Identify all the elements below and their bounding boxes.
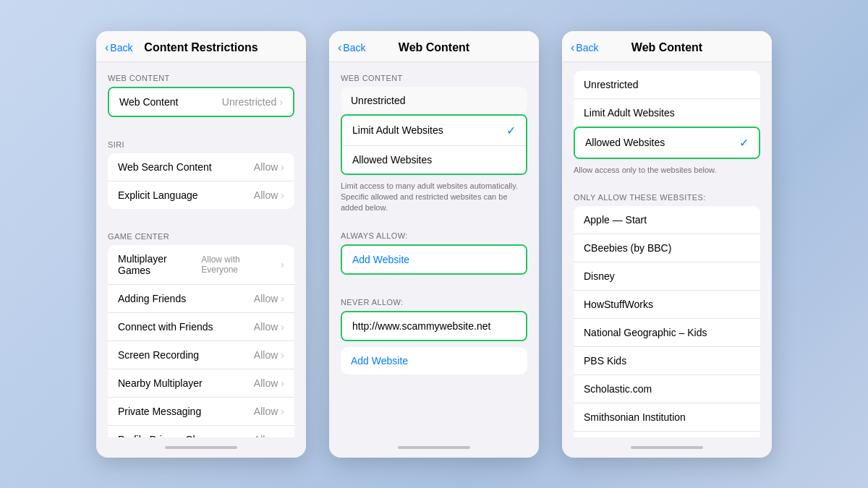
private-messaging-label: Private Messaging <box>118 406 201 417</box>
back-label-2: Back <box>343 42 365 53</box>
unrestricted-option[interactable]: Unrestricted <box>341 87 527 114</box>
private-messaging-item[interactable]: Private Messaging Allow › <box>108 398 294 426</box>
web-content-header-2: WEB CONTENT <box>329 62 539 87</box>
back-label-1: Back <box>110 42 132 53</box>
home-bar-1 <box>165 446 237 449</box>
screen-title-2: Web Content <box>399 41 469 54</box>
back-button-1[interactable]: ‹ Back <box>105 41 132 54</box>
website-pbs[interactable]: PBS Kids <box>574 347 760 375</box>
screen-recording-chevron: › <box>281 349 284 361</box>
screen-title-1: Content Restrictions <box>144 41 258 54</box>
connect-friends-label: Connect with Friends <box>118 321 213 333</box>
website-apple[interactable]: Apple — Start <box>574 206 760 234</box>
nearby-multiplayer-item[interactable]: Nearby Multiplayer Allow › <box>108 369 294 398</box>
multiplayer-games-chevron: › <box>281 259 284 270</box>
back-label-3: Back <box>576 42 598 53</box>
limit-allowed-group: Limit Adult Websites ✓ Allowed Websites <box>341 114 527 175</box>
web-content-label: Web Content <box>119 96 178 108</box>
website-natgeo[interactable]: National Geographic – Kids <box>574 319 760 347</box>
allowed-websites-highlighted-group: Allowed Websites ✓ <box>574 127 760 159</box>
website-cbeebies-label: CBeebies (by BBC) <box>584 242 671 254</box>
screen-1: ‹ Back Content Restrictions WEB CONTENT … <box>96 31 306 458</box>
profile-privacy-item[interactable]: Profile Privacy Changes Allow › <box>108 426 294 437</box>
back-chevron-icon-2: ‹ <box>338 41 341 54</box>
never-allow-add-group: Add Website <box>341 347 527 374</box>
connect-friends-item[interactable]: Connect with Friends Allow › <box>108 313 294 341</box>
content-area-2: WEB CONTENT Unrestricted Limit Adult Web… <box>329 62 539 437</box>
scammy-website-item[interactable]: http://www.scammywebsite.net <box>342 312 526 340</box>
home-indicator-3 <box>562 437 772 458</box>
back-button-3[interactable]: ‹ Back <box>571 41 598 54</box>
screen-3: ‹ Back Web Content Unrestricted Limit Ad… <box>562 31 772 458</box>
back-button-2[interactable]: ‹ Back <box>338 41 365 54</box>
only-allow-header: ONLY ALLOW THESE WEBSITES: <box>562 181 772 206</box>
nearby-multiplayer-chevron: › <box>281 377 284 389</box>
home-indicator-1 <box>96 437 306 458</box>
multiplayer-games-item[interactable]: Multiplayer Games Allow with Everyone › <box>108 245 294 285</box>
web-content-right: Unrestricted › <box>222 96 283 108</box>
content-area-3: Unrestricted Limit Adult Websites Allowe… <box>562 62 772 437</box>
allowed-websites-label-3: Allowed Websites <box>585 137 665 148</box>
web-content-options-group: Unrestricted <box>341 87 527 114</box>
website-scholastic-label: Scholastic.com <box>584 383 652 395</box>
home-indicator-2 <box>329 437 539 458</box>
always-add-website-label: Add Website <box>352 254 409 265</box>
web-content-group: Web Content Unrestricted › <box>108 87 294 117</box>
multiplayer-games-value: Allow with Everyone <box>201 254 278 275</box>
screen-title-3: Web Content <box>631 41 702 54</box>
explicit-language-value: Allow <box>254 189 278 201</box>
allowed-websites-option-3[interactable]: Allowed Websites ✓ <box>575 128 759 158</box>
limit-adult-item[interactable]: Limit Adult Websites ✓ <box>342 116 526 146</box>
explicit-language-item[interactable]: Explicit Language Allow › <box>108 181 294 209</box>
screen-recording-item[interactable]: Screen Recording Allow › <box>108 341 294 369</box>
website-timeforkids[interactable]: Time for Kids <box>574 432 760 437</box>
siri-group: Web Search Content Allow › Explicit Lang… <box>108 153 294 209</box>
explicit-language-chevron: › <box>281 189 284 201</box>
section-header-game-center: GAME CENTER <box>96 221 306 245</box>
screen-recording-label: Screen Recording <box>118 349 199 361</box>
website-apple-label: Apple — Start <box>584 214 647 226</box>
website-disney[interactable]: Disney <box>574 262 760 291</box>
nearby-multiplayer-value: Allow <box>254 377 278 389</box>
web-search-value: Allow <box>254 161 278 173</box>
home-bar-3 <box>631 446 703 449</box>
adding-friends-label: Adding Friends <box>118 293 186 304</box>
website-cbeebies[interactable]: CBeebies (by BBC) <box>574 234 760 262</box>
web-content-chevron: › <box>279 96 283 108</box>
explicit-language-label: Explicit Language <box>118 189 198 201</box>
back-chevron-icon-3: ‹ <box>571 41 574 54</box>
allowed-websites-checkmark: ✓ <box>739 136 749 150</box>
allowed-websites-item[interactable]: Allowed Websites <box>342 146 526 174</box>
web-search-chevron: › <box>281 161 284 173</box>
multiplayer-games-right: Allow with Everyone › <box>201 254 284 275</box>
allowed-websites-label: Allowed Websites <box>352 154 432 166</box>
never-add-website-item[interactable]: Add Website <box>341 347 527 374</box>
never-add-website-label: Add Website <box>351 355 408 367</box>
nav-bar-3: ‹ Back Web Content <box>562 31 772 62</box>
nearby-multiplayer-right: Allow › <box>254 377 284 389</box>
web-search-item[interactable]: Web Search Content Allow › <box>108 153 294 181</box>
website-howstuffworks[interactable]: HowStuffWorks <box>574 291 760 319</box>
section-header-web-content: WEB CONTENT <box>96 62 306 87</box>
explicit-language-right: Allow › <box>254 189 284 201</box>
home-bar-2 <box>398 446 470 449</box>
adding-friends-right: Allow › <box>254 293 284 304</box>
website-disney-label: Disney <box>584 270 615 282</box>
private-messaging-right: Allow › <box>254 406 284 417</box>
always-add-website-item[interactable]: Add Website <box>342 246 526 273</box>
website-scholastic[interactable]: Scholastic.com <box>574 375 760 403</box>
options-group-3: Unrestricted Limit Adult Websites Allowe… <box>562 71 772 159</box>
unrestricted-option-3[interactable]: Unrestricted <box>574 71 760 99</box>
private-messaging-value: Allow <box>254 406 278 417</box>
scammy-website-url: http://www.scammywebsite.net <box>352 320 490 332</box>
never-allow-group: http://www.scammywebsite.net <box>341 311 527 341</box>
adding-friends-item[interactable]: Adding Friends Allow › <box>108 285 294 313</box>
website-smithsonian[interactable]: Smithsonian Institution <box>574 403 760 432</box>
connect-friends-right: Allow › <box>254 321 284 333</box>
limit-adult-option-3[interactable]: Limit Adult Websites <box>574 99 760 127</box>
never-allow-header: NEVER ALLOW: <box>329 286 539 311</box>
web-content-item[interactable]: Web Content Unrestricted › <box>109 88 293 116</box>
connect-friends-chevron: › <box>281 321 284 333</box>
private-messaging-chevron: › <box>281 406 284 417</box>
screen-2: ‹ Back Web Content WEB CONTENT Unrestric… <box>329 31 539 458</box>
